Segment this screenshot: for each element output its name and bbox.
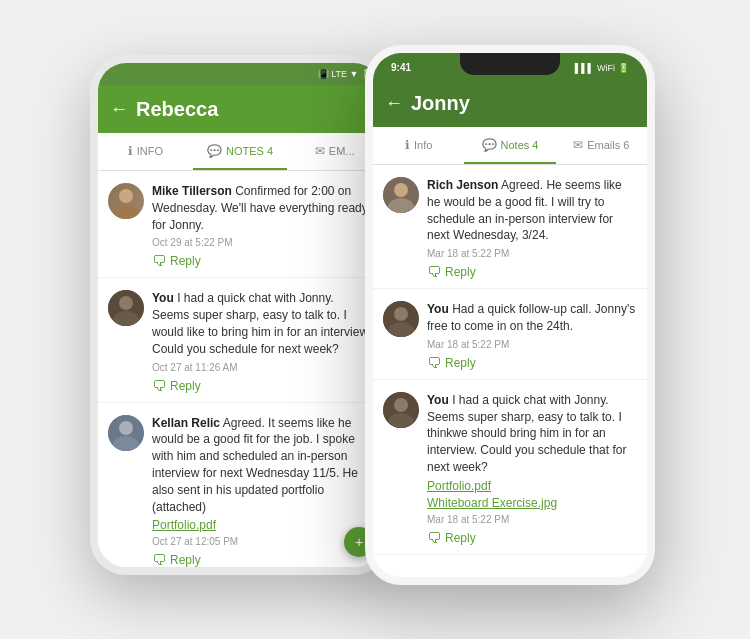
- wifi-icon: WiFi: [597, 63, 615, 73]
- reply-icon-3-front: 🗨: [427, 530, 441, 546]
- avatar-kellan: [108, 415, 144, 451]
- note-item-1-front: Rich Jenson Agreed. He seems like he wou…: [373, 165, 647, 289]
- reply-label-3-back: Reply: [170, 553, 201, 567]
- note-content-2-front: Had a quick follow-up call. Jonny's free…: [427, 302, 635, 333]
- battery-icon: 🔋: [618, 63, 629, 73]
- phone-jonny: 9:41 ▌▌▌ WiFi 🔋 ← Jonny ℹ Info 💬: [365, 45, 655, 585]
- avatar-you-2-front: [383, 392, 419, 428]
- note-content-3-back: Agreed. It seems like he would be a good…: [152, 416, 358, 514]
- note-body-2-back: You I had a quick chat with Jonny. Seems…: [152, 290, 372, 393]
- note-author-2-back: You: [152, 291, 174, 305]
- reply-label-3-front: Reply: [445, 531, 476, 545]
- reply-label-2-back: Reply: [170, 379, 201, 393]
- note-text-1-back: Mike Tillerson Confirmed for 2:00 on Wed…: [152, 183, 372, 233]
- signal-icon: ▌▌▌: [575, 63, 594, 73]
- note-author-3-back: Kellan Relic: [152, 416, 220, 430]
- reply-btn-3-front[interactable]: 🗨 Reply: [427, 530, 637, 546]
- back-arrow-rebecca[interactable]: ←: [110, 99, 128, 120]
- info-icon-front: ℹ: [405, 138, 410, 152]
- tab-emails-label-back: EM...: [329, 145, 355, 157]
- note-body-3-front: You I had a quick chat with Jonny. Seems…: [427, 392, 637, 546]
- reply-btn-3-back[interactable]: 🗨 Reply: [152, 552, 372, 567]
- note-text-2-front: You Had a quick follow-up call. Jonny's …: [427, 301, 637, 335]
- attachment-link-back[interactable]: Portfolio.pdf: [152, 518, 372, 532]
- reply-btn-1-front[interactable]: 🗨 Reply: [427, 264, 637, 280]
- tab-notes-label-front: Notes 4: [501, 139, 539, 151]
- note-item-3-front: You I had a quick chat with Jonny. Seems…: [373, 380, 647, 555]
- header-title-back: Rebecca: [136, 98, 370, 121]
- reply-icon-3-back: 🗨: [152, 552, 166, 567]
- tab-bar-front: ℹ Info 💬 Notes 4 ✉ Emails 6: [373, 127, 647, 165]
- tab-notes-label-back: NOTES 4: [226, 145, 273, 157]
- svg-point-6: [119, 421, 133, 435]
- note-item-1-back: Mike Tillerson Confirmed for 2:00 on Wed…: [98, 171, 382, 278]
- status-icons-back: 📳 LTE ▼ 🔋: [318, 69, 372, 79]
- note-timestamp-1-back: Oct 29 at 5:22 PM: [152, 237, 372, 248]
- reply-label-1-back: Reply: [170, 254, 201, 268]
- scene: 📳 LTE ▼ 🔋 ← Rebecca ℹ INFO 💬 NOTES 4 ✉: [0, 0, 750, 639]
- note-item-3-back: Kellan Relic Agreed. It seems like he wo…: [98, 403, 382, 567]
- tab-notes-front[interactable]: 💬 Notes 4: [464, 127, 555, 164]
- note-text-3-front: You I had a quick chat with Jonny. Seems…: [427, 392, 637, 476]
- note-body-3-back: Kellan Relic Agreed. It seems like he wo…: [152, 415, 372, 567]
- emails-icon-back: ✉: [315, 144, 325, 158]
- tab-bar-back: ℹ INFO 💬 NOTES 4 ✉ EM...: [98, 133, 382, 171]
- note-timestamp-3-front: Mar 18 at 5:22 PM: [427, 514, 637, 525]
- note-timestamp-3-back: Oct 27 at 12:05 PM: [152, 536, 372, 547]
- reply-btn-2-front[interactable]: 🗨 Reply: [427, 355, 637, 371]
- reply-label-1-front: Reply: [445, 265, 476, 279]
- reply-icon-1-back: 🗨: [152, 253, 166, 269]
- tab-info-label-front: Info: [414, 139, 432, 151]
- avatar-you-1-back: [108, 290, 144, 326]
- tab-info-front[interactable]: ℹ Info: [373, 127, 464, 164]
- tab-emails-front[interactable]: ✉ Emails 6: [556, 127, 647, 164]
- tab-info-back[interactable]: ℹ INFO: [98, 133, 193, 170]
- note-body-1-back: Mike Tillerson Confirmed for 2:00 on Wed…: [152, 183, 372, 269]
- note-timestamp-1-front: Mar 18 at 5:22 PM: [427, 248, 637, 259]
- header-bar-front: ← Jonny: [373, 79, 647, 127]
- avatar-mike: [108, 183, 144, 219]
- svg-point-3: [119, 296, 133, 310]
- note-text-3-back: Kellan Relic Agreed. It seems like he wo…: [152, 415, 372, 516]
- note-item-2-back: You I had a quick chat with Jonny. Seems…: [98, 278, 382, 402]
- note-author-3-front: You: [427, 393, 449, 407]
- attachment-link-1-front[interactable]: Portfolio.pdf: [427, 479, 637, 493]
- back-arrow-jonny[interactable]: ←: [385, 93, 403, 114]
- reply-btn-1-back[interactable]: 🗨 Reply: [152, 253, 372, 269]
- avatar-rich: [383, 177, 419, 213]
- header-title-front: Jonny: [411, 92, 635, 115]
- note-body-2-front: You Had a quick follow-up call. Jonny's …: [427, 301, 637, 371]
- svg-point-1: [113, 204, 139, 219]
- note-text-1-front: Rich Jenson Agreed. He seems like he wou…: [427, 177, 637, 244]
- header-bar-back: ← Rebecca: [98, 85, 382, 133]
- notes-content-front[interactable]: Rich Jenson Agreed. He seems like he wou…: [373, 165, 647, 571]
- note-timestamp-2-front: Mar 18 at 5:22 PM: [427, 339, 637, 350]
- note-content-3-front: I had a quick chat with Jonny. Seems sup…: [427, 393, 626, 474]
- info-icon-back: ℹ: [128, 144, 133, 158]
- tab-emails-label-front: Emails 6: [587, 139, 629, 151]
- note-author-1-back: Mike Tillerson: [152, 184, 232, 198]
- status-icons-front: ▌▌▌ WiFi 🔋: [575, 63, 629, 73]
- reply-label-2-front: Reply: [445, 356, 476, 370]
- svg-point-0: [119, 189, 133, 203]
- note-text-2-back: You I had a quick chat with Jonny. Seems…: [152, 290, 372, 357]
- note-author-1-front: Rich Jenson: [427, 178, 498, 192]
- status-time-front: 9:41: [391, 62, 411, 73]
- reply-icon-2-front: 🗨: [427, 355, 441, 371]
- notes-content-back[interactable]: Mike Tillerson Confirmed for 2:00 on Wed…: [98, 171, 382, 567]
- note-timestamp-2-back: Oct 27 at 11:26 AM: [152, 362, 372, 373]
- svg-point-15: [394, 307, 408, 321]
- tab-notes-back[interactable]: 💬 NOTES 4: [193, 133, 288, 170]
- note-author-2-front: You: [427, 302, 449, 316]
- status-bar-back: 📳 LTE ▼ 🔋: [98, 63, 382, 85]
- reply-icon-2-back: 🗨: [152, 378, 166, 394]
- phone-notch: [460, 53, 560, 75]
- phone-rebecca: 📳 LTE ▼ 🔋 ← Rebecca ℹ INFO 💬 NOTES 4 ✉: [90, 55, 390, 575]
- note-content-2-back: I had a quick chat with Jonny. Seems sup…: [152, 291, 371, 355]
- avatar-you-1-front: [383, 301, 419, 337]
- reply-btn-2-back[interactable]: 🗨 Reply: [152, 378, 372, 394]
- reply-icon-1-front: 🗨: [427, 264, 441, 280]
- attachment-link-2-front[interactable]: Whiteboard Exercise.jpg: [427, 496, 637, 510]
- notes-icon-back: 💬: [207, 144, 222, 158]
- emails-icon-front: ✉: [573, 138, 583, 152]
